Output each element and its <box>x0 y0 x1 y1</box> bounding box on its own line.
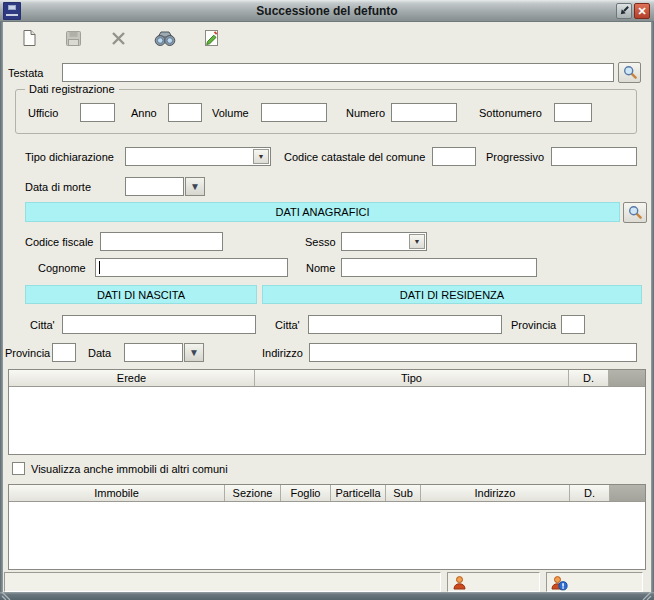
nascita-data-label: Data <box>88 347 111 359</box>
immobili-table-header: Immobile Sezione Foglio Particella Sub I… <box>9 485 645 502</box>
chevron-down-icon[interactable]: ▼ <box>253 149 269 164</box>
residenza-provincia-label: Provincia <box>511 319 556 331</box>
numero-label: Numero <box>346 107 385 119</box>
visualizza-immobili-checkbox[interactable] <box>12 462 25 475</box>
immobili-column-d: D. <box>570 485 610 501</box>
dati-anagrafici-header-label: DATI ANAGRAFICI <box>276 206 370 218</box>
eredi-table: Erede Tipo D. <box>8 369 646 455</box>
nascita-citta-input[interactable] <box>62 315 256 334</box>
resize-grip-left-icon[interactable] <box>1 592 12 600</box>
close-window-button[interactable]: ✕ <box>634 3 650 19</box>
restore-window-button[interactable] <box>616 3 632 19</box>
anagrafici-search-button[interactable] <box>623 202 647 223</box>
cognome-input[interactable] <box>95 258 288 277</box>
sesso-label: Sesso <box>305 236 336 248</box>
magnifier-icon <box>623 65 637 81</box>
eredi-header-stub <box>609 370 645 386</box>
restore-arrow-icon <box>619 5 630 18</box>
nascita-data-dropdown-button[interactable]: ▼ <box>184 343 204 362</box>
person-info-icon <box>551 575 568 593</box>
find-button[interactable] <box>152 26 178 52</box>
immobili-column-sezione: Sezione <box>225 485 281 501</box>
edit-button[interactable] <box>198 26 224 52</box>
sottonumero-label: Sottonumero <box>479 107 542 119</box>
codice-catastale-input[interactable] <box>432 147 476 166</box>
nascita-data-input[interactable] <box>124 343 183 362</box>
volume-input[interactable] <box>261 103 327 122</box>
eredi-column-d: D. <box>569 370 609 386</box>
dati-registrazione-legend: Dati registrazione <box>25 83 119 95</box>
visualizza-immobili-label: Visualizza anche immobili di altri comun… <box>31 463 228 475</box>
app-window: Successione del defunto ✕ <box>0 0 654 600</box>
progressivo-input[interactable] <box>551 147 637 166</box>
text-caret <box>99 261 100 274</box>
eredi-table-header: Erede Tipo D. <box>9 370 645 387</box>
immobili-column-indirizzo: Indirizzo <box>421 485 570 501</box>
window-border-bottom <box>0 592 654 600</box>
sesso-combobox[interactable]: ▼ <box>341 232 427 251</box>
testata-label: Testata <box>8 67 43 79</box>
immobili-table: Immobile Sezione Foglio Particella Sub I… <box>8 484 646 570</box>
chevron-down-icon[interactable]: ▼ <box>409 234 425 249</box>
delete-button[interactable] <box>105 26 131 52</box>
anno-label: Anno <box>131 107 157 119</box>
statusbar-person-panel[interactable] <box>447 572 540 592</box>
indirizzo-input[interactable] <box>309 343 637 362</box>
nome-label: Nome <box>306 262 335 274</box>
chevron-down-icon: ▼ <box>190 181 200 192</box>
immobili-header-stub <box>610 485 645 501</box>
eredi-column-erede: Erede <box>9 370 255 386</box>
residenza-citta-input[interactable] <box>308 315 502 334</box>
person-icon <box>452 575 468 593</box>
dati-residenza-header: DATI DI RESIDENZA <box>262 285 642 304</box>
data-di-morte-label: Data di morte <box>25 181 91 193</box>
window-border-left <box>0 22 3 600</box>
close-icon: ✕ <box>637 6 646 17</box>
eredi-column-tipo: Tipo <box>255 370 569 386</box>
immobili-column-particella: Particella <box>331 485 386 501</box>
nascita-provincia-input[interactable] <box>52 343 76 362</box>
resize-grip-icon[interactable] <box>641 592 652 600</box>
dati-nascita-header-label: DATI DI NASCITA <box>97 289 185 301</box>
codice-catastale-label: Codice catastale del comune <box>284 151 425 163</box>
residenza-citta-label: Citta' <box>275 319 300 331</box>
chevron-down-icon: ▼ <box>189 347 199 358</box>
new-document-icon <box>21 29 38 49</box>
statusbar-message-panel <box>4 572 441 592</box>
data-di-morte-dropdown-button[interactable]: ▼ <box>185 177 205 196</box>
sottonumero-input[interactable] <box>554 103 592 122</box>
numero-input[interactable] <box>391 103 457 122</box>
immobili-column-immobile: Immobile <box>9 485 225 501</box>
immobili-column-sub: Sub <box>386 485 421 501</box>
data-di-morte-input[interactable] <box>125 177 184 196</box>
residenza-provincia-input[interactable] <box>561 315 585 334</box>
nascita-provincia-label: Provincia <box>5 347 50 359</box>
tipo-dichiarazione-combobox[interactable]: ▼ <box>125 147 271 166</box>
ufficio-input[interactable] <box>80 103 115 122</box>
anno-input[interactable] <box>168 103 202 122</box>
magnifier-icon <box>628 205 642 221</box>
title-bar[interactable]: Successione del defunto ✕ <box>0 0 654 22</box>
dati-anagrafici-header: DATI ANAGRAFICI <box>25 202 620 222</box>
testata-input[interactable] <box>62 63 614 82</box>
nome-input[interactable] <box>341 258 537 277</box>
immobili-column-foglio: Foglio <box>281 485 331 501</box>
cognome-label: Cognome <box>38 262 86 274</box>
save-icon <box>65 30 82 49</box>
codice-fiscale-input[interactable] <box>100 232 223 251</box>
indirizzo-label: Indirizzo <box>262 347 303 359</box>
statusbar-person-info-panel[interactable] <box>546 572 643 592</box>
toolbar <box>3 23 651 57</box>
volume-label: Volume <box>212 107 249 119</box>
tipo-dichiarazione-label: Tipo dichiarazione <box>25 151 114 163</box>
save-button[interactable] <box>60 26 86 52</box>
edit-document-icon <box>203 29 220 49</box>
codice-fiscale-label: Codice fiscale <box>25 236 93 248</box>
new-button[interactable] <box>16 26 42 52</box>
progressivo-label: Progressivo <box>486 151 544 163</box>
immobili-table-body[interactable] <box>9 502 645 569</box>
eredi-table-body[interactable] <box>9 387 645 454</box>
delete-x-icon <box>110 30 127 49</box>
testata-search-button[interactable] <box>618 62 641 83</box>
window-title: Successione del defunto <box>0 4 654 18</box>
